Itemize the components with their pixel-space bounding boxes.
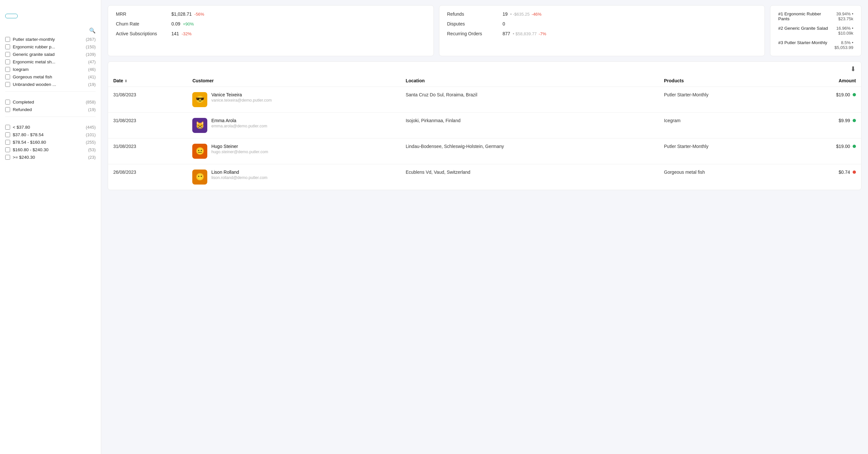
product-label: Generic granite salad bbox=[13, 52, 83, 57]
customer-name: Emma Arola bbox=[211, 118, 267, 123]
product-label: Ergonomic metal sh... bbox=[13, 59, 86, 64]
transaction-location: Ecublens Vd, Vaud, Switzerland bbox=[401, 164, 659, 190]
stat-value: 0 bbox=[503, 21, 505, 26]
product-count: (19) bbox=[88, 82, 96, 87]
customer-cell: 😸 Emma Arola emma.arola@demo.putler.com bbox=[187, 113, 400, 139]
product-count: (47) bbox=[88, 59, 96, 64]
amount-count: (23) bbox=[88, 155, 96, 160]
amount-checkbox[interactable] bbox=[5, 125, 10, 130]
stat-badge: -32% bbox=[182, 31, 191, 36]
status-checkbox[interactable] bbox=[5, 107, 10, 112]
stat-row: Disputes 0 bbox=[447, 21, 757, 26]
top-product-row: #2 Generic Granite Salad 16.96% •$10.09k bbox=[778, 26, 853, 36]
product-filter-item: Ergonomic rubber p... (150) bbox=[5, 44, 96, 49]
top-product-stats: 8.5% •$5,053.99 bbox=[834, 40, 853, 50]
amount-checkbox[interactable] bbox=[5, 155, 10, 160]
amount-count: (53) bbox=[88, 147, 96, 152]
transaction-amount: $19.00 bbox=[789, 87, 861, 113]
transaction-product: Putler Starter-Monthly bbox=[659, 87, 789, 113]
product-count: (150) bbox=[86, 44, 96, 49]
product-count: (46) bbox=[88, 67, 96, 72]
amount-checkbox[interactable] bbox=[5, 147, 10, 152]
customer-email: lison.rolland@demo.putler.com bbox=[211, 175, 267, 180]
customer-name: Lison Rolland bbox=[211, 170, 267, 175]
sidebar: 🔍 Putler starter-monthly (267) Ergonomic… bbox=[0, 0, 101, 454]
status-count: (19) bbox=[88, 107, 96, 112]
product-checkbox[interactable] bbox=[5, 67, 10, 72]
product-checkbox[interactable] bbox=[5, 44, 10, 49]
transaction-amount: $19.00 bbox=[789, 139, 861, 164]
download-button[interactable]: ⬇ bbox=[850, 65, 856, 73]
product-checkbox[interactable] bbox=[5, 82, 10, 87]
status-checkbox[interactable] bbox=[5, 100, 10, 104]
transaction-date: 31/08/2023 bbox=[108, 113, 187, 139]
amount-label: >= $240.30 bbox=[13, 155, 86, 160]
table-header-date[interactable]: Date⬍ bbox=[108, 75, 187, 87]
customer-email: vanice.teixeira@demo.putler.com bbox=[211, 98, 272, 102]
status-label: Completed bbox=[13, 100, 83, 104]
stat-label: Disputes bbox=[447, 21, 503, 26]
status-list: Completed (858) Refunded (19) bbox=[5, 100, 96, 112]
customer-cell: 😎 Vanice Teixeira vanice.teixeira@demo.p… bbox=[187, 87, 400, 113]
product-label: Unbranded wooden ... bbox=[13, 82, 86, 87]
product-count: (109) bbox=[86, 52, 96, 57]
amount-label: $78.54 - $160.80 bbox=[13, 140, 83, 145]
product-checkbox[interactable] bbox=[5, 52, 10, 57]
amount-label: $160.80 - $240.30 bbox=[13, 147, 86, 152]
amount-checkbox[interactable] bbox=[5, 132, 10, 137]
table-row[interactable]: 31/08/2023 😸 Emma Arola emma.arola@demo.… bbox=[108, 113, 861, 139]
product-filter-item: Generic granite salad (109) bbox=[5, 52, 96, 57]
status-dot bbox=[852, 93, 856, 96]
customer-cell: 😐 Hugo Steiner hugo.steiner@demo.putler.… bbox=[187, 139, 400, 164]
customer-email: emma.arola@demo.putler.com bbox=[211, 124, 267, 128]
table-toolbar: ⬇ bbox=[108, 62, 861, 75]
product-label: Icegram bbox=[13, 67, 86, 72]
top-product-name: #3 Putler Starter-Monthly bbox=[778, 40, 827, 50]
stat-card-2: Refunds 19 • -$635.25 -46% Disputes 0 Re… bbox=[439, 5, 765, 56]
add-filter-button[interactable] bbox=[5, 14, 18, 18]
customer-avatar: 😶 bbox=[192, 170, 207, 185]
amount-label: < $37.80 bbox=[13, 125, 83, 130]
product-filter-item: Putler starter-monthly (267) bbox=[5, 37, 96, 42]
customer-email: hugo.steiner@demo.putler.com bbox=[211, 150, 268, 154]
top-product-stats: 16.96% •$10.09k bbox=[836, 26, 853, 36]
transaction-amount: $9.99 bbox=[789, 113, 861, 139]
amount-list: < $37.80 (445) $37.80 - $78.54 (101) $78… bbox=[5, 125, 96, 160]
products-search-icon[interactable]: 🔍 bbox=[89, 27, 96, 34]
transaction-date: 31/08/2023 bbox=[108, 87, 187, 113]
product-checkbox[interactable] bbox=[5, 59, 10, 64]
product-label: Putler starter-monthly bbox=[13, 37, 83, 42]
transaction-location: Isojoki, Pirkanmaa, Finland bbox=[401, 113, 659, 139]
top-product-name: #1 Ergonomic Rubber Pants bbox=[778, 11, 831, 21]
amount-filter-item: < $37.80 (445) bbox=[5, 125, 96, 130]
product-label: Gorgeous metal fish bbox=[13, 74, 86, 79]
main-content: MRR $1,028.71 -56% Churn Rate 0.09 +90% … bbox=[101, 0, 868, 454]
amount-filter-item: $37.80 - $78.54 (101) bbox=[5, 132, 96, 137]
stat-badge: +90% bbox=[183, 22, 194, 26]
amount-filter-item: $160.80 - $240.30 (53) bbox=[5, 147, 96, 152]
product-checkbox[interactable] bbox=[5, 37, 10, 42]
customer-avatar: 😐 bbox=[192, 144, 207, 159]
product-checkbox[interactable] bbox=[5, 74, 10, 79]
stat-value: 141 bbox=[172, 31, 179, 36]
table-row[interactable]: 31/08/2023 😐 Hugo Steiner hugo.steiner@d… bbox=[108, 139, 861, 164]
amount-checkbox[interactable] bbox=[5, 140, 10, 145]
status-filter-item: Refunded (19) bbox=[5, 107, 96, 112]
product-filter-item: Ergonomic metal sh... (47) bbox=[5, 59, 96, 64]
table-row[interactable]: 31/08/2023 😎 Vanice Teixeira vanice.teix… bbox=[108, 87, 861, 113]
transaction-amount: $0.74 bbox=[789, 164, 861, 190]
table-row[interactable]: 26/08/2023 😶 Lison Rolland lison.rolland… bbox=[108, 164, 861, 190]
transaction-date: 31/08/2023 bbox=[108, 139, 187, 164]
table-header-location: Location bbox=[401, 75, 659, 87]
customer-cell: 😶 Lison Rolland lison.rolland@demo.putle… bbox=[187, 164, 400, 190]
amount-label: $37.80 - $78.54 bbox=[13, 132, 83, 137]
status-label: Refunded bbox=[13, 107, 86, 112]
stat-row: Active Subscriptions 141 -32% bbox=[116, 31, 426, 36]
stat-value: 19 bbox=[503, 11, 508, 17]
status-dot bbox=[852, 145, 856, 148]
product-filter-item: Unbranded wooden ... (19) bbox=[5, 82, 96, 87]
amount-count: (255) bbox=[86, 140, 96, 145]
amount-filter-item: >= $240.30 (23) bbox=[5, 155, 96, 160]
stat-label: Active Subscriptions bbox=[116, 31, 172, 36]
stat-sub: • $58,839.77 bbox=[513, 31, 537, 36]
